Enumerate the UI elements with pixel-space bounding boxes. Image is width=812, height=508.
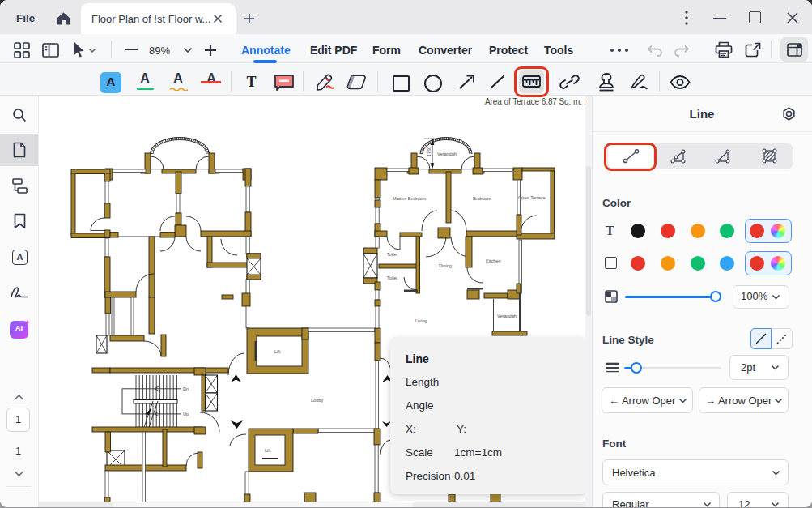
svg-text:Up: Up	[183, 412, 189, 416]
svg-text:Bedroom: Bedroom	[473, 196, 491, 201]
svg-text:Verandah: Verandah	[497, 314, 517, 318]
svg-text:Toilet: Toilet	[387, 252, 398, 257]
svg-text:1750: 1750	[427, 147, 432, 156]
svg-text:Dn: Dn	[183, 386, 189, 391]
svg-text:Dining: Dining	[439, 263, 452, 268]
svg-text:Lift: Lift	[274, 349, 281, 354]
svg-text:Living: Living	[415, 318, 427, 323]
svg-text:Lobby: Lobby	[311, 398, 323, 403]
svg-text:Toilet: Toilet	[387, 275, 398, 280]
svg-text:Verandah: Verandah	[437, 152, 457, 156]
svg-text:Lift: Lift	[265, 448, 271, 453]
svg-text:Open Terrace: Open Terrace	[518, 195, 546, 200]
svg-text:Master Bedroom: Master Bedroom	[393, 196, 427, 201]
svg-text:Kitchen: Kitchen	[486, 258, 501, 263]
svg-text:Area of Terrace 6.87 Sq. m. (: Area of Terrace 6.87 Sq. m. (	[485, 97, 585, 106]
